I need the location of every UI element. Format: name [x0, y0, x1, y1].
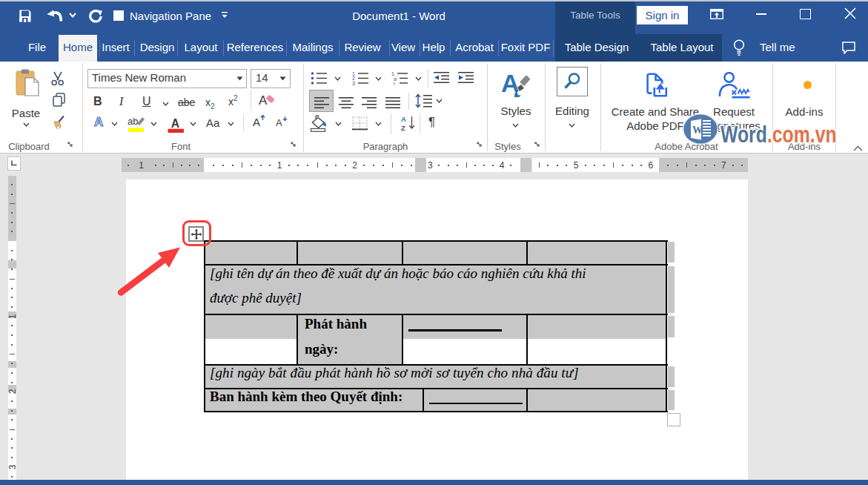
svg-text:ab: ab	[127, 116, 138, 127]
svg-text:A: A	[259, 93, 268, 108]
svg-text:i: i	[394, 81, 395, 85]
svg-text:W: W	[692, 125, 703, 136]
svg-text:A: A	[171, 117, 179, 130]
svg-text:3: 3	[352, 81, 355, 86]
svg-text:A: A	[401, 115, 406, 123]
svg-text:A: A	[253, 116, 260, 128]
svg-text:Z: Z	[401, 124, 405, 132]
svg-text:A: A	[276, 117, 282, 128]
